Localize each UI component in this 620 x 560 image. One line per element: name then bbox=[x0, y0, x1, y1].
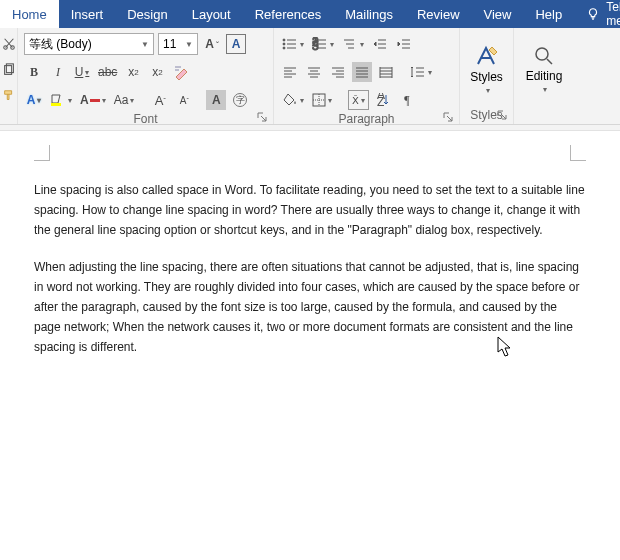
svg-point-7 bbox=[283, 43, 285, 45]
tab-layout[interactable]: Layout bbox=[180, 0, 243, 28]
clipboard-sliver bbox=[0, 28, 18, 124]
svg-text:Z: Z bbox=[377, 95, 384, 107]
tellme-label: Tell me bbox=[606, 0, 620, 28]
show-marks-button[interactable]: ¶ bbox=[397, 90, 417, 110]
align-left-button[interactable] bbox=[280, 62, 300, 82]
styles-icon bbox=[474, 44, 500, 68]
svg-text:3: 3 bbox=[312, 39, 319, 51]
font-name-input[interactable] bbox=[29, 37, 139, 51]
underline-button[interactable]: U▾ bbox=[72, 62, 92, 82]
find-icon bbox=[533, 45, 555, 67]
tab-help[interactable]: Help bbox=[523, 0, 574, 28]
doc-paragraph-2[interactable]: When adjusting the line spacing, there a… bbox=[34, 258, 586, 357]
increase-font-button[interactable]: Aˆ bbox=[150, 90, 170, 110]
editing-label: Editing bbox=[526, 69, 563, 83]
multilevel-list-button[interactable]: ▾ bbox=[340, 34, 366, 54]
document-body[interactable]: Line spacing is also called space in Wor… bbox=[34, 181, 586, 357]
align-center-button[interactable] bbox=[304, 62, 324, 82]
distributed-button[interactable] bbox=[376, 62, 396, 82]
tab-view[interactable]: View bbox=[472, 0, 524, 28]
font-name-combo[interactable]: ▼ bbox=[24, 33, 154, 55]
font-size-input[interactable] bbox=[163, 37, 183, 51]
ribbon: ▼ ▼ Aˇ A B I U▾ abc x2 x2 A▾ ▾ bbox=[0, 28, 620, 125]
tab-insert[interactable]: Insert bbox=[59, 0, 116, 28]
lightbulb-icon bbox=[586, 7, 600, 21]
format-painter-button[interactable] bbox=[0, 86, 19, 106]
paragraph-group-label: Paragraph bbox=[274, 112, 459, 126]
text-effects-button[interactable]: A▾ bbox=[24, 90, 44, 110]
doc-paragraph-1[interactable]: Line spacing is also called space in Wor… bbox=[34, 181, 586, 240]
tab-mailings[interactable]: Mailings bbox=[333, 0, 405, 28]
styles-dialog-launcher[interactable] bbox=[495, 108, 509, 122]
strikethrough-button[interactable]: abc bbox=[96, 62, 119, 82]
sort-button[interactable]: AZ bbox=[373, 90, 393, 110]
increase-indent-button[interactable] bbox=[394, 34, 414, 54]
ribbon-tabbar: Home Insert Design Layout References Mai… bbox=[0, 0, 620, 28]
line-spacing-button[interactable]: ▾ bbox=[408, 62, 434, 82]
bold-button[interactable]: B bbox=[24, 62, 44, 82]
clear-formatting-button[interactable] bbox=[171, 62, 193, 82]
svg-point-8 bbox=[283, 47, 285, 49]
styles-label: Styles bbox=[470, 70, 503, 84]
tab-tellme[interactable]: Tell me bbox=[574, 0, 620, 28]
font-color-button[interactable]: A▾ bbox=[78, 90, 108, 110]
tab-references[interactable]: References bbox=[243, 0, 333, 28]
italic-button[interactable]: I bbox=[48, 62, 68, 82]
character-shading-button[interactable]: A bbox=[206, 90, 226, 110]
svg-point-6 bbox=[283, 39, 285, 41]
font-group-label: Font bbox=[18, 112, 273, 126]
justify-button[interactable] bbox=[352, 62, 372, 82]
paragraph-dialog-launcher[interactable] bbox=[441, 110, 455, 124]
svg-rect-5 bbox=[90, 99, 100, 102]
asian-layout-button[interactable]: X̂▾ bbox=[348, 90, 369, 110]
group-paragraph: ▾ 123▾ ▾ ▾ ▾ ▾ X̂▾ AZ ¶ bbox=[274, 28, 460, 124]
tab-home[interactable]: Home bbox=[0, 0, 59, 28]
tab-design[interactable]: Design bbox=[115, 0, 179, 28]
margin-corner-tr bbox=[570, 145, 586, 161]
editing-button[interactable]: Editing ▾ bbox=[521, 41, 567, 98]
align-right-button[interactable] bbox=[328, 62, 348, 82]
font-size-combo[interactable]: ▼ bbox=[158, 33, 198, 55]
superscript-button[interactable]: x2 bbox=[147, 62, 167, 82]
group-font: ▼ ▼ Aˇ A B I U▾ abc x2 x2 A▾ ▾ bbox=[18, 28, 274, 124]
svg-rect-4 bbox=[51, 103, 61, 106]
chevron-down-icon: ▾ bbox=[486, 86, 490, 95]
chevron-down-icon: ▼ bbox=[185, 40, 193, 49]
enclose-characters-button[interactable]: 字 bbox=[230, 90, 250, 110]
change-case-button[interactable]: A bbox=[226, 34, 246, 54]
font-dialog-launcher[interactable] bbox=[255, 110, 269, 124]
grow-font-button[interactable]: Aˇ bbox=[202, 34, 222, 54]
svg-point-15 bbox=[536, 48, 548, 60]
decrease-indent-button[interactable] bbox=[370, 34, 390, 54]
cut-button[interactable] bbox=[0, 34, 19, 54]
copy-button[interactable] bbox=[0, 60, 19, 80]
styles-button[interactable]: Styles ▾ bbox=[464, 40, 510, 99]
decrease-font-button[interactable]: Aˇ bbox=[174, 90, 194, 110]
shading-button[interactable]: ▾ bbox=[280, 90, 306, 110]
document-page[interactable]: Line spacing is also called space in Wor… bbox=[0, 131, 620, 357]
subscript-button[interactable]: x2 bbox=[123, 62, 143, 82]
group-editing: Editing ▾ bbox=[514, 28, 574, 124]
character-scale-button[interactable]: Aa▾ bbox=[112, 90, 137, 110]
tab-review[interactable]: Review bbox=[405, 0, 472, 28]
chevron-down-icon: ▾ bbox=[543, 85, 547, 94]
group-styles: Styles ▾ Styles bbox=[460, 28, 514, 124]
bullets-button[interactable]: ▾ bbox=[280, 34, 306, 54]
chevron-down-icon: ▼ bbox=[141, 40, 149, 49]
styles-group-label: Styles bbox=[460, 106, 513, 124]
numbering-button[interactable]: 123▾ bbox=[310, 34, 336, 54]
highlight-button[interactable]: ▾ bbox=[48, 90, 74, 110]
borders-button[interactable]: ▾ bbox=[310, 90, 334, 110]
margin-corner-tl bbox=[34, 145, 50, 161]
